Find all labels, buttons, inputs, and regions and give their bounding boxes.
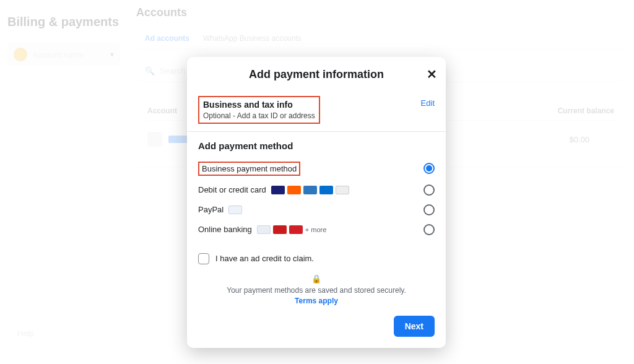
option-paypal[interactable]: PayPal: [198, 200, 435, 220]
radio-selected[interactable]: [423, 163, 435, 174]
option-label: Business payment method: [198, 162, 300, 176]
mastercard-icon: [287, 186, 301, 194]
option-label: Online banking: [198, 225, 252, 234]
option-online-banking[interactable]: Online banking + more: [198, 220, 435, 240]
option-label: Debit or credit card: [198, 185, 266, 194]
bank-icon: [257, 225, 271, 234]
ad-credit-label: I have an ad credit to claim.: [215, 254, 314, 263]
edit-link[interactable]: Edit: [421, 98, 435, 108]
option-card[interactable]: Debit or credit card: [198, 180, 435, 200]
close-icon[interactable]: ✕: [427, 68, 437, 80]
lock-icon: 🔒: [198, 274, 435, 284]
add-payment-modal: Add payment information ✕ Business and t…: [187, 57, 446, 348]
radio[interactable]: [423, 224, 435, 235]
modal-title: Add payment information: [198, 68, 435, 81]
radio[interactable]: [423, 184, 435, 196]
paypal-icon: [228, 206, 242, 214]
business-tax-info: Business and tax info Optional - Add a t…: [198, 96, 320, 124]
amex-icon: [303, 186, 317, 194]
secure-notice: 🔒 Your payment methods are saved and sto…: [198, 274, 435, 306]
terms-link[interactable]: Terms apply: [295, 297, 338, 305]
checkbox[interactable]: [198, 253, 209, 264]
option-label: PayPal: [198, 205, 224, 214]
ad-credit-row[interactable]: I have an ad credit to claim.: [198, 253, 435, 264]
option-business-payment[interactable]: Business payment method: [198, 157, 435, 180]
radio[interactable]: [423, 204, 435, 215]
payment-section-title: Add payment method: [198, 141, 435, 151]
visa-icon: [271, 186, 285, 194]
bank-icon: [273, 225, 287, 234]
btax-subtitle: Optional - Add a tax ID or address: [203, 111, 315, 120]
secure-text: Your payment methods are saved and store…: [198, 286, 435, 295]
discover-icon: [336, 186, 349, 194]
more-label: + more: [305, 226, 327, 233]
next-button[interactable]: Next: [394, 316, 435, 337]
card-icons: [271, 186, 349, 194]
card-icon: [319, 186, 333, 194]
divider: [187, 131, 446, 132]
paypal-icons: [228, 206, 242, 214]
bank-icon: [289, 225, 303, 234]
btax-title: Business and tax info: [203, 100, 315, 110]
bank-icons: + more: [257, 225, 327, 234]
